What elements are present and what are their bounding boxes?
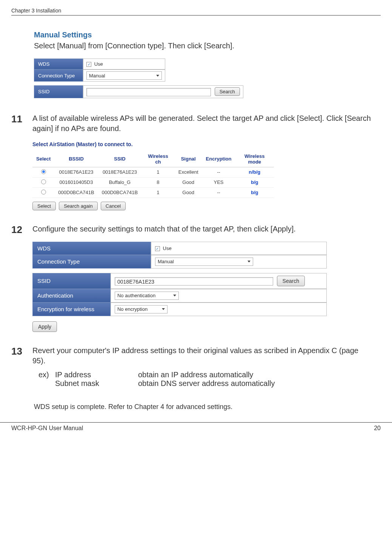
wds-label: WDS: [32, 242, 151, 255]
manual-settings-title: Manual Settings: [34, 31, 373, 39]
step-13-number: 13: [11, 346, 26, 357]
step-12-number: 12: [11, 224, 26, 236]
ssid-label: SSID: [34, 85, 83, 98]
chapter-header: Chapter 3 Installation: [11, 8, 381, 15]
authentication-value: No authentication: [117, 293, 155, 298]
ap-row: 0018E76A1E23 0018E76A1E23 1 Excellent --…: [32, 167, 274, 177]
ap-ssid: 000D0BCA741B: [98, 187, 141, 198]
chevron-down-icon: [173, 295, 176, 296]
search-button[interactable]: Search: [277, 276, 305, 286]
connection-type-label: Connection Type: [34, 69, 83, 82]
fig-security-settings: WDS ✓ Use Connection Type Manual: [32, 242, 327, 332]
ap-ch: 1: [141, 187, 175, 198]
ap-col-mode: Wireless mode: [235, 151, 274, 167]
example-prefix: ex): [32, 370, 55, 379]
footer-manual: WCR-HP-GN User Manual: [11, 425, 83, 432]
connection-type-value: Manual: [89, 73, 105, 79]
ap-enc: YES: [202, 177, 235, 187]
ap-ch: 1: [141, 167, 175, 177]
intro-text: Select [Manual] from [Connection type]. …: [34, 41, 373, 51]
ap-enc: --: [202, 187, 235, 198]
search-again-button[interactable]: Search again: [59, 202, 98, 210]
auth-label: Authentication: [32, 289, 111, 303]
authentication-select[interactable]: No authentication: [115, 292, 179, 300]
ap-signal: Good: [175, 177, 202, 187]
ap-col-bssid: BSSID: [54, 151, 98, 167]
ap-row: 0016010405D3 Buffalo_G 8 Good YES b/g: [32, 177, 274, 187]
connection-type-select[interactable]: Manual: [86, 71, 162, 80]
ssid-input[interactable]: [86, 88, 211, 96]
ap-list-title: Select AirStation (Master) to connect to…: [32, 141, 274, 147]
search-button[interactable]: Search: [215, 87, 240, 96]
fig-connection-type: WDS ✓ Use Connection Type Manual: [34, 59, 243, 98]
connection-type-label: Connection Type: [32, 255, 151, 269]
wds-use-text: Use: [94, 61, 103, 67]
ap-signal: Good: [175, 187, 202, 198]
example-left: IP address: [55, 370, 138, 379]
encryption-value: No encryption: [117, 306, 148, 312]
ap-radio[interactable]: [41, 179, 46, 184]
wds-label: WDS: [34, 59, 83, 69]
ap-mode: b/g: [251, 190, 258, 195]
connection-type-value: Manual: [158, 259, 174, 264]
step-11-number: 11: [11, 113, 26, 125]
chevron-down-icon: [247, 261, 251, 262]
step-11-text: A list of available wireless APs will be…: [32, 113, 373, 134]
wds-use-checkbox[interactable]: ✓: [86, 62, 91, 67]
footer-page-number: 20: [374, 425, 381, 432]
example-left: Subnet mask: [55, 379, 138, 388]
ap-col-select: Select: [32, 151, 54, 167]
ap-radio[interactable]: [41, 190, 46, 194]
cancel-button[interactable]: Cancel: [101, 202, 126, 210]
ap-radio[interactable]: [41, 169, 46, 174]
ap-ch: 8: [141, 177, 175, 187]
ap-bssid: 0016010405D3: [54, 177, 98, 187]
ssid-input[interactable]: 0018E76A1E23: [115, 277, 273, 286]
chevron-down-icon: [156, 75, 159, 77]
chevron-down-icon: [162, 308, 165, 310]
ap-mode: b/g: [251, 179, 258, 185]
select-button[interactable]: Select: [32, 202, 56, 210]
ap-enc: --: [202, 167, 235, 177]
ap-bssid: 000D0BCA741B: [54, 187, 98, 198]
wds-use-text: Use: [163, 245, 172, 251]
example-right: obtain DNS server address automatically: [138, 379, 373, 388]
ap-signal: Excellent: [175, 167, 202, 177]
ap-col-ssid: SSID: [98, 151, 141, 167]
ap-bssid: 0018E76A1E23: [54, 167, 98, 177]
step-12-text: Configure the security settings to match…: [32, 224, 373, 234]
ap-col-enc: Encryption: [202, 151, 235, 167]
ap-mode: n/b/g: [249, 169, 260, 175]
wds-use-checkbox[interactable]: ✓: [155, 246, 160, 251]
ap-ssid: 0018E76A1E23: [98, 167, 141, 177]
apply-button[interactable]: Apply: [32, 321, 57, 332]
fig-ap-list: Select AirStation (Master) to connect to…: [32, 141, 274, 210]
ssid-label: SSID: [32, 273, 111, 289]
connection-type-select[interactable]: Manual: [155, 258, 253, 266]
ap-row: 000D0BCA741B 000D0BCA741B 1 Good -- b/g: [32, 187, 274, 198]
step-13-text: Revert your computer's IP address settin…: [32, 346, 373, 366]
example-right: obtain an IP address automatically: [138, 370, 373, 379]
encryption-select[interactable]: No encryption: [115, 305, 168, 313]
encryption-label: Encryption for wireless: [32, 303, 111, 316]
closing-text: WDS setup is complete. Refer to Chapter …: [34, 403, 373, 411]
ap-col-ch: Wireless ch: [141, 151, 175, 167]
ap-col-signal: Signal: [175, 151, 202, 167]
ap-ssid: Buffalo_G: [98, 177, 141, 187]
